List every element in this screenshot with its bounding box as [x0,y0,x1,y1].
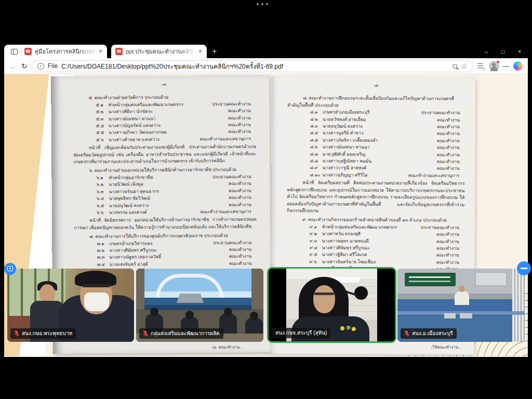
address-bar[interactable]: i File C:/Users/DOAE181/Desktop/ppt%20ปร… [32,60,473,72]
participant-name-badge: สนง.กษจ.สระบุรี (สุทิน) [272,328,330,338]
participant-video-mueang-saraburi[interactable]: สนง.อ.เมืองสระบุรี [397,269,525,342]
member-list: ๙.๑หัวหน้ากลุ่มส่งเสริมและพัฒนาเกษตรกรปร… [286,223,464,273]
window [475,272,507,286]
participant-video-active-speaker-saraburi[interactable]: สนง.กษจ.สระบุรี (สุทิน) [267,267,396,343]
page-number: -๓- [73,81,256,89]
member-row: ๕.๖นางสาวคำหยาด แสงสว่างคณะทำงานและเลขาน… [73,136,256,144]
tab-divider [21,48,21,56]
muted-mic-icon [143,330,148,337]
tab-strip: คู่มือโครงการคลินิกเกษตรเคลื่อนที่ ปี 69… [4,44,528,58]
tab-pdf-meeting-active[interactable]: ppt ประชุมคณะทำงานคลินิกฯ ครั้งที่1- × [111,45,207,58]
tab-search-icon [11,49,18,55]
dam-picture [177,294,204,303]
muted-mic-icon [14,330,19,337]
glasses [82,284,110,287]
glasses [314,292,334,295]
tab-title: คู่มือโครงการคลินิกเกษตรเคลื่อนที่ ปี 69 [35,47,97,56]
popout-icon [7,266,13,271]
minus-icon [521,268,527,269]
member-row: ๘.๑๐นางสาวอภิญญา ศรีวิไลคณะทำงานและเลขาน… [287,171,464,179]
url-text: C:/Users/DOAE181/Desktop/ppt%20ประชุมคณะ… [61,61,449,71]
participant-name-badge: สนง.อ.เมืองสระบุรี [401,328,457,339]
meeting-controls-handle-icon[interactable] [257,3,268,5]
window-close-button[interactable]: × [511,48,528,55]
back-button[interactable]: ← [9,62,17,70]
site-info-icon[interactable]: i [37,63,44,70]
page-number: -๔- [287,82,465,89]
meeting-stage: คู่มือโครงการคลินิกเกษตรเคลื่อนที่ ปี 69… [0,0,532,399]
tab-pdf-manual[interactable]: คู่มือโครงการคลินิกเกษตรเคลื่อนที่ ปี 69… [4,45,107,58]
participant-name-badge: สนง.กษอ.พระพุทธบาท [10,328,76,339]
green-office-sign [405,273,456,286]
person-silhouette [39,284,55,303]
duty-paragraph: หน้าที่ จัดนิทรรศการ ออกหน่วยให้บริการด้… [74,216,257,231]
participant-name-badge: กลุ่มส่งเสริมและพัฒนาการผลิต [139,328,223,339]
minimize-button[interactable]: – [478,48,495,55]
restore-button[interactable]: □ [495,48,511,55]
participant-video-phra-phutthabat[interactable]: สนง.กษอ.พระพุทธบาท [7,269,134,342]
collapse-thumbnails-button[interactable] [517,261,531,275]
member-row: ๗.๔นางแสงจันทร์ อาสุดีคณะทำงาน [74,260,257,268]
participant-name: กลุ่มส่งเสริมและพัฒนาการผลิต [151,329,220,337]
blinds [512,269,525,342]
new-tab-button[interactable]: + [212,47,217,56]
participant-name: สนง.อ.เมืองสระบุรี [412,329,453,337]
browser-more-icon[interactable]: ••• [503,64,509,69]
zoom-page-icon[interactable] [453,64,457,69]
reload-button[interactable]: ↻ [21,62,28,70]
person-silhouette [455,291,469,305]
muted-mic-icon [404,330,409,337]
window-controls: – □ × [478,44,528,58]
tab-title: ppt ประชุมคณะทำงานคลินิกฯ ครั้งที่1- [126,47,197,56]
close-tab-icon[interactable]: × [97,48,104,55]
tab-actions-button[interactable] [8,47,20,56]
duty-paragraph: หน้าที่ จัดเตรียมสถานที่ ติดต่อประสานงาน… [287,179,464,215]
notification-dot [496,60,500,64]
pdf-file-icon [24,48,32,55]
person-face [313,285,335,313]
profile-avatar[interactable] [489,61,499,71]
participant-video-production-group[interactable]: กลุ่มส่งเสริมและพัฒนาการผลิต [136,269,263,342]
page-footer-note: /ให้คณะทำงาน... [431,344,462,351]
face-mask [84,292,109,311]
popout-gallery-button[interactable] [4,263,16,275]
favorite-star-icon[interactable]: ☆ [461,62,468,70]
url-scheme-label: File [48,62,58,70]
copilot-icon[interactable] [513,61,523,71]
flowers [339,325,356,332]
member-row: ๖.๖นางพรรษ แสงสวงค์คณะทำงานและเลขานุการ [74,208,257,217]
member-list: ๗.๑เกษตรอำเภอวิหารแดงประธานคณะทำงาน๗.๒นา… [74,239,257,268]
participant-name: สนง.กษจ.สระบุรี (สุทิน) [275,329,327,337]
page-footer-note: /๘. คณะทำงาน... [212,344,243,351]
papers [444,313,481,318]
section-heading: ๘. คณะทำงานการฝึกอบรมระยะสั้นเพื่อป้องกั… [287,95,465,110]
participant-name: สนง.กษอ.พระพุทธบาท [22,329,72,337]
member-list: ๘.๑เกษตรอำเภอเมืองสระบุรีประธานคณะทำงาน๘… [287,109,465,179]
favorites-collections-icon[interactable] [477,63,485,70]
member-list: ๖.๑หัวหน้ากลุ่มอารักขาพืชประธานคณะทำงาน๖… [73,174,257,217]
member-list: ๕.๑หัวหน้ากลุ่มส่งเสริมและพัฒนาเกษตรกรปร… [73,101,256,144]
pdf-file-icon [115,48,123,55]
microphone [354,286,368,300]
browser-toolbar: ← ↻ i File C:/Users/DOAE181/Desktop/ppt%… [4,58,528,74]
close-tab-icon[interactable]: × [197,48,204,55]
duty-paragraph: หน้าที่ เชิญและต้อนรับประสานงานแขกผู้มีเ… [73,143,256,166]
